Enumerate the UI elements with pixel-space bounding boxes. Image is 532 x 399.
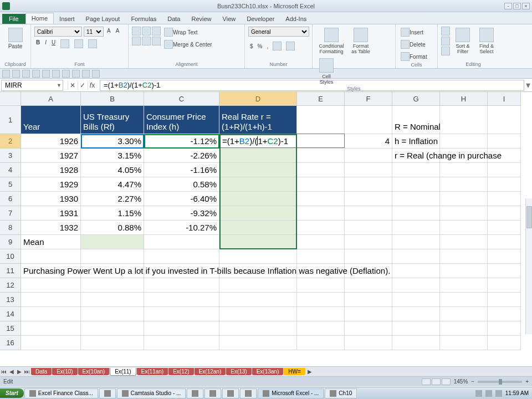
cell[interactable] bbox=[345, 321, 392, 336]
cell[interactable] bbox=[440, 336, 488, 350]
cell[interactable] bbox=[488, 321, 521, 336]
cell[interactable] bbox=[440, 221, 488, 235]
cell[interactable] bbox=[219, 163, 297, 177]
close-button[interactable]: × bbox=[522, 3, 530, 9]
cell[interactable]: -9.32% bbox=[144, 206, 219, 221]
tab-addins[interactable]: Add-Ins bbox=[280, 14, 312, 24]
zoom-level[interactable]: 145% bbox=[454, 378, 468, 385]
cell[interactable] bbox=[81, 293, 144, 307]
row-header-15[interactable]: 15 bbox=[0, 321, 21, 336]
name-box[interactable]: MIRR▼ bbox=[1, 80, 63, 91]
sheet-tab-ex13an[interactable]: Ex(13an) bbox=[252, 368, 284, 375]
tray-icon[interactable] bbox=[485, 390, 492, 397]
qat-icon[interactable] bbox=[92, 70, 100, 78]
percent-button[interactable]: % bbox=[256, 40, 264, 52]
cell[interactable]: 1930 bbox=[21, 192, 81, 206]
chevron-down-icon[interactable]: ▼ bbox=[57, 83, 62, 88]
expand-formula-bar-icon[interactable]: ▾ bbox=[524, 80, 532, 90]
inc-decimal-button[interactable] bbox=[271, 40, 283, 52]
currency-button[interactable]: $ bbox=[248, 40, 255, 52]
cell[interactable] bbox=[297, 106, 345, 134]
cell[interactable] bbox=[297, 221, 345, 235]
cell[interactable] bbox=[440, 106, 488, 134]
sheet-tab-ex12an[interactable]: Ex(12an) bbox=[195, 368, 226, 375]
page-layout-view-button[interactable] bbox=[432, 378, 441, 385]
wrap-text-button[interactable]: Wrap Text bbox=[162, 27, 214, 38]
cell[interactable]: -2.26% bbox=[144, 149, 219, 163]
row-header-2[interactable]: 2 bbox=[0, 134, 21, 149]
cell[interactable] bbox=[440, 163, 488, 177]
formula-input[interactable]: =(1+B2)/(1+C2)-1 bbox=[100, 80, 524, 91]
cell[interactable] bbox=[488, 163, 521, 177]
cell[interactable] bbox=[440, 249, 488, 264]
row-header-11[interactable]: 11 bbox=[0, 264, 21, 278]
cell[interactable] bbox=[392, 192, 440, 206]
cell[interactable] bbox=[392, 336, 440, 350]
cell[interactable] bbox=[144, 235, 219, 249]
align-center-icon[interactable] bbox=[142, 37, 151, 45]
vertical-scrollbar[interactable] bbox=[525, 198, 532, 334]
cell[interactable]: 1928 bbox=[21, 163, 81, 177]
maximize-button[interactable]: □ bbox=[513, 3, 521, 9]
cell[interactable] bbox=[392, 293, 440, 307]
cell[interactable] bbox=[488, 264, 521, 278]
cell[interactable] bbox=[144, 336, 219, 350]
underline-button[interactable]: U bbox=[50, 38, 57, 47]
taskbar-item[interactable]: Ch10 bbox=[325, 388, 357, 398]
taskbar-item[interactable] bbox=[204, 388, 221, 398]
normal-view-button[interactable] bbox=[422, 378, 431, 385]
cell[interactable] bbox=[345, 249, 392, 264]
cell[interactable] bbox=[440, 177, 488, 192]
row-header-4[interactable]: 4 bbox=[0, 163, 21, 177]
qat-undo-icon[interactable] bbox=[12, 70, 20, 78]
cell[interactable] bbox=[440, 264, 488, 278]
cell[interactable] bbox=[297, 336, 345, 350]
align-bot-icon[interactable] bbox=[152, 27, 161, 35]
tab-nav-prev[interactable]: ◀ bbox=[8, 368, 16, 376]
row-header-1[interactable]: 1 bbox=[0, 106, 21, 134]
cell[interactable]: -1.12% bbox=[144, 134, 219, 149]
cell[interactable]: 1931 bbox=[21, 206, 81, 221]
qat-icon[interactable] bbox=[42, 70, 50, 78]
cell[interactable] bbox=[392, 321, 440, 336]
insert-cells-button[interactable]: Insert bbox=[399, 27, 434, 38]
italic-button[interactable]: I bbox=[43, 38, 48, 47]
cell[interactable] bbox=[345, 163, 392, 177]
cell[interactable] bbox=[488, 249, 521, 264]
cell[interactable]: 0.88% bbox=[81, 221, 144, 235]
cell[interactable] bbox=[488, 192, 521, 206]
cell[interactable] bbox=[21, 336, 81, 350]
cell[interactable] bbox=[345, 206, 392, 221]
cell[interactable] bbox=[488, 336, 521, 350]
cell[interactable]: 1926 bbox=[21, 134, 81, 149]
cell[interactable] bbox=[297, 163, 345, 177]
cell[interactable] bbox=[297, 278, 345, 293]
cell[interactable]: 1927 bbox=[21, 149, 81, 163]
cell[interactable] bbox=[297, 177, 345, 192]
cell[interactable]: 1.15% bbox=[81, 206, 144, 221]
font-size-select[interactable]: 11 bbox=[84, 27, 104, 37]
sheet-tab-ex10an[interactable]: Ex(10an) bbox=[78, 368, 110, 375]
cell[interactable] bbox=[392, 278, 440, 293]
number-format-select[interactable]: General bbox=[248, 27, 309, 37]
cell[interactable] bbox=[488, 177, 521, 192]
cell[interactable] bbox=[488, 307, 521, 321]
cell[interactable] bbox=[219, 307, 297, 321]
cell[interactable] bbox=[144, 307, 219, 321]
format-table-button[interactable]: Format as Table bbox=[349, 27, 373, 55]
column-header-D[interactable]: D bbox=[219, 92, 297, 106]
cell[interactable] bbox=[440, 235, 488, 249]
shrink-font-button[interactable]: A bbox=[114, 27, 121, 35]
tray-icon[interactable] bbox=[475, 390, 482, 397]
start-button[interactable]: Start bbox=[0, 388, 24, 398]
cell[interactable]: r = Real (change in purchase bbox=[392, 149, 440, 163]
cell[interactable] bbox=[392, 163, 440, 177]
column-header-E[interactable]: E bbox=[297, 92, 345, 106]
cell[interactable]: 3.15% bbox=[81, 149, 144, 163]
qat-redo-icon[interactable] bbox=[22, 70, 30, 78]
delete-cells-button[interactable]: Delete bbox=[399, 39, 434, 50]
cell[interactable] bbox=[440, 307, 488, 321]
cell[interactable] bbox=[345, 307, 392, 321]
cell[interactable] bbox=[21, 307, 81, 321]
cell[interactable]: 4.47% bbox=[81, 177, 144, 192]
